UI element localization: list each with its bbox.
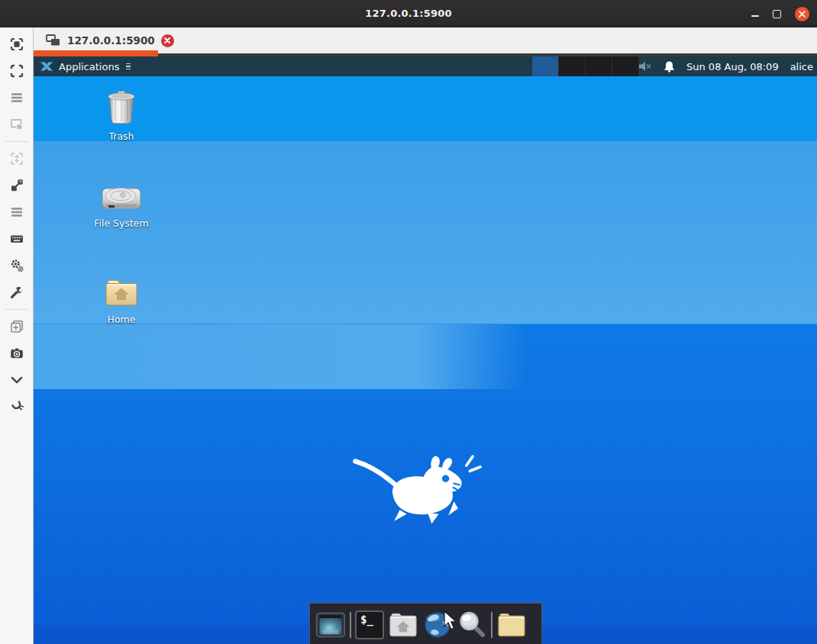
applications-label: Applications: [59, 61, 119, 72]
mouse-cursor: [443, 610, 458, 632]
window-icon: [315, 610, 346, 640]
workspace-2[interactable]: [559, 56, 586, 76]
panel-clock[interactable]: Sun 08 Aug, 08:09: [686, 61, 779, 72]
connection-content: 127.0.0.1:5900 Applications: [34, 27, 817, 644]
home-folder-icon: [102, 276, 140, 310]
workspace-4[interactable]: [612, 56, 639, 76]
remmina-window: 127.0.0.1:5900: [0, 0, 817, 644]
tab-close-icon[interactable]: [161, 34, 174, 47]
multi-monitor-icon[interactable]: [9, 204, 24, 220]
wallpaper-band: [34, 324, 526, 389]
minimize-window-chevron-icon[interactable]: [9, 372, 24, 388]
panel-user[interactable]: alice: [790, 61, 813, 72]
desktop-icon-label: Home: [108, 314, 136, 325]
dual-screen-icon: [46, 34, 61, 47]
dock-folder-button[interactable]: [496, 610, 527, 640]
menu-lines-icon: [126, 63, 131, 69]
remote-desktop[interactable]: Trash: [34, 76, 817, 644]
applications-menu[interactable]: Applications: [34, 60, 131, 72]
scaled-mode-icon[interactable]: [9, 151, 24, 166]
window-title: 127.0.0.1:5900: [365, 8, 451, 19]
dock-window-button[interactable]: [315, 610, 346, 640]
dock-separator: [350, 612, 351, 638]
screenshot-camera-icon[interactable]: [9, 346, 24, 361]
hard-disk-icon: [100, 182, 143, 214]
magnifier-icon: [457, 610, 487, 640]
workspace-switcher: [532, 56, 639, 76]
folder-icon: [496, 610, 527, 639]
toolbar-divider: [5, 309, 28, 310]
window-controls: [751, 0, 809, 27]
dynamic-resolution-icon[interactable]: [9, 117, 24, 132]
tools-icon[interactable]: [9, 285, 24, 300]
preferences-icon[interactable]: [9, 258, 24, 273]
dock-terminal-button[interactable]: $_: [355, 610, 384, 639]
terminal-prompt-glyph: $_: [360, 614, 373, 625]
auto-fit-window-icon[interactable]: [9, 37, 24, 52]
desktop-icon-trash[interactable]: Trash: [92, 87, 150, 142]
dock-separator: [491, 612, 492, 638]
disconnect-icon[interactable]: [9, 399, 24, 414]
toolbar-divider: [5, 141, 28, 142]
toolbar-sidebar: [0, 27, 34, 644]
file-manager-icon: [388, 610, 418, 639]
desktop-icon-label: File System: [94, 217, 149, 229]
minimize-icon[interactable]: [751, 15, 759, 17]
window-titlebar[interactable]: 127.0.0.1:5900: [0, 0, 817, 27]
xfce-mouse-logo: [349, 450, 483, 526]
trash-can-icon: [104, 87, 139, 127]
desktop-icon-home[interactable]: Home: [92, 276, 150, 325]
switch-tab-pages-icon[interactable]: [9, 90, 24, 105]
connection-tab[interactable]: 127.0.0.1:5900: [34, 27, 185, 53]
desktop-icon-label: Trash: [108, 130, 134, 142]
dock-app-finder-button[interactable]: [457, 610, 487, 640]
dock-panel: $_: [309, 603, 542, 644]
xfce-top-panel: Applications: [34, 56, 817, 76]
duplicate-connection-icon[interactable]: [9, 319, 24, 334]
panel-status-area: Sun 08 Aug, 08:09 alice: [638, 56, 817, 76]
desktop-icon-file-system[interactable]: File System: [92, 182, 150, 229]
scale-and-fill-icon[interactable]: [9, 178, 24, 193]
active-tab-underline: [34, 50, 158, 56]
fullscreen-icon[interactable]: [9, 63, 24, 79]
workspace-1[interactable]: [532, 56, 559, 76]
dock-file-manager-button[interactable]: [388, 610, 418, 640]
notification-bell-icon[interactable]: [664, 60, 675, 72]
tab-bar: 127.0.0.1:5900: [34, 27, 817, 53]
tab-label: 127.0.0.1:5900: [67, 34, 155, 47]
grab-keyboard-icon[interactable]: [9, 231, 24, 246]
maximize-icon[interactable]: [773, 10, 781, 18]
workspace-3[interactable]: [586, 56, 612, 76]
xfce-logo-icon: [40, 60, 53, 72]
volume-muted-icon[interactable]: [638, 61, 652, 72]
close-icon[interactable]: [795, 7, 809, 21]
